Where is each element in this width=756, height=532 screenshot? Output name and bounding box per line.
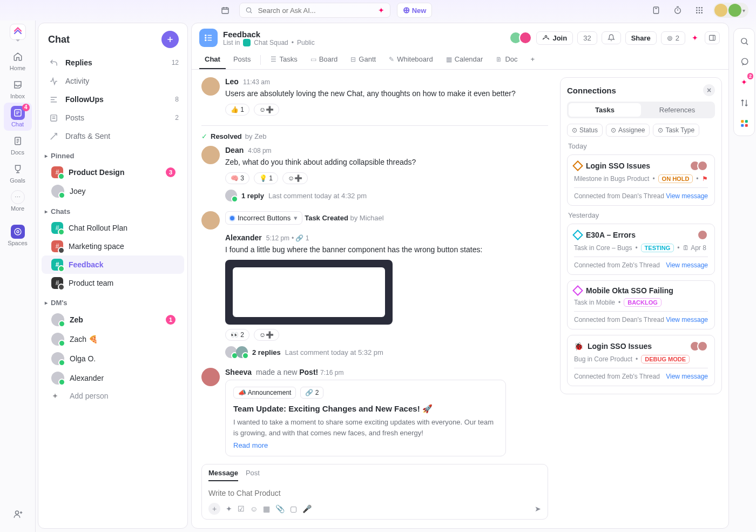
emoji-icon[interactable]: ☺ xyxy=(250,504,258,513)
post-card[interactable]: 📣 Announcement🔗 2Team Update: Exciting C… xyxy=(225,380,506,456)
pinned-joey[interactable]: Joey xyxy=(42,181,184,201)
reaction[interactable]: 👀 2 xyxy=(225,329,249,341)
tab-calendar[interactable]: ▦Calendar xyxy=(441,50,489,69)
segment-references[interactable]: References xyxy=(641,103,713,117)
dm-zeb[interactable]: Zeb1 xyxy=(42,310,184,329)
new-button[interactable]: ⊕ New xyxy=(397,3,433,18)
sidebar-replies[interactable]: Replies12 xyxy=(38,53,187,72)
sidebar-followups[interactable]: FollowUps8 xyxy=(38,90,187,109)
join-button[interactable]: Join xyxy=(536,31,573,45)
chat-sidebar: Chat Replies12ActivityFollowUps8Posts2Dr… xyxy=(38,23,188,529)
workspace-logo[interactable] xyxy=(10,24,26,40)
swap-icon[interactable] xyxy=(736,95,752,111)
rail-chat[interactable]: Chat4 xyxy=(4,103,32,131)
rail-invite[interactable] xyxy=(4,504,32,524)
filter-task-type[interactable]: ⊙Task Type xyxy=(653,124,699,137)
attach-plus-icon[interactable]: + xyxy=(208,503,220,515)
connection-card[interactable]: Login SSO IssuesMilestone in Bugs Produc… xyxy=(567,154,715,206)
chat-marketing-space[interactable]: #Marketing space xyxy=(42,237,184,255)
rail-inbox[interactable]: Inbox xyxy=(4,75,32,103)
gif-icon[interactable]: ▦ xyxy=(263,504,270,513)
image-attachment[interactable] xyxy=(225,260,393,325)
send-icon[interactable]: ➤ xyxy=(535,504,541,513)
mic-icon[interactable]: 🎤 xyxy=(302,504,312,513)
rail-spaces[interactable]: Spaces xyxy=(4,221,32,250)
thread-link[interactable]: 2 repliesLast comment today at 5:32 pm xyxy=(225,346,548,358)
topbar: ✦ ⊕ New ▾ xyxy=(0,0,756,21)
tab-posts[interactable]: Posts xyxy=(228,50,256,69)
tab-gantt[interactable]: ⊟Gantt xyxy=(345,50,381,69)
thread-link[interactable]: 1 replyLast comment today at 4:32 pm xyxy=(225,190,548,201)
clipboard-icon[interactable] xyxy=(649,3,664,18)
tab-tasks[interactable]: ☰Tasks xyxy=(265,50,302,69)
add-reaction-icon[interactable]: ☺➕ xyxy=(254,104,279,116)
search-input[interactable] xyxy=(257,6,374,15)
comments-icon[interactable] xyxy=(736,53,752,70)
task-chip[interactable]: Incorrect Buttons ▾ xyxy=(225,211,302,225)
sidebar-drafts-sent[interactable]: Drafts & Sent xyxy=(38,127,187,145)
reaction[interactable]: 💡 1 xyxy=(254,172,278,184)
tab-chat[interactable]: Chat xyxy=(199,50,226,69)
global-search[interactable]: ✦ xyxy=(239,3,390,18)
dm-alexander[interactable]: Alexander xyxy=(42,368,184,388)
sidebar-activity[interactable]: Activity xyxy=(38,72,187,90)
member-avatars[interactable] xyxy=(509,31,532,44)
rail-home[interactable]: Home xyxy=(4,46,32,75)
pinned-product-design[interactable]: #Product Design3 xyxy=(42,163,184,181)
new-chat-button[interactable] xyxy=(161,31,179,48)
chat-product-team[interactable]: #Product team xyxy=(42,274,184,292)
view-message-link[interactable]: View message xyxy=(666,261,708,269)
read-more-link[interactable]: Read more xyxy=(233,441,498,449)
connection-card[interactable]: Mobile Okta SSO FailingTask in Mobile•BA… xyxy=(567,280,715,329)
tab-board[interactable]: ▭Board xyxy=(305,50,343,69)
ai-assist-icon[interactable]: ✦ xyxy=(226,504,232,513)
sidebar-posts[interactable]: Posts2 xyxy=(38,109,187,127)
search-icon[interactable] xyxy=(736,33,752,49)
composer-input[interactable] xyxy=(208,486,541,503)
chat-chat-rollout-plan[interactable]: #Chat Rollout Plan xyxy=(42,219,184,237)
task-icon[interactable]: ☑ xyxy=(238,504,245,513)
composer-tab-post[interactable]: Post xyxy=(246,469,260,481)
chat-feedback[interactable]: #Feedback xyxy=(42,255,184,274)
dm-olga-o-[interactable]: Olga O. xyxy=(42,349,184,368)
member-count[interactable]: 32 xyxy=(577,31,597,45)
ai-icon[interactable]: ✦ xyxy=(690,31,700,44)
share-button[interactable]: Share xyxy=(625,31,657,45)
close-icon[interactable]: × xyxy=(703,84,715,96)
tab-whiteboard[interactable]: ✎Whiteboard xyxy=(383,50,438,69)
notifications-button[interactable] xyxy=(602,31,621,44)
add-person[interactable]: ＋Add person xyxy=(42,388,184,404)
message: Dean4:08 pmZeb, what do you think about … xyxy=(201,146,548,201)
rail-more[interactable]: ⋯More xyxy=(4,187,32,215)
view-message-link[interactable]: View message xyxy=(666,373,708,380)
apps-grid-icon[interactable] xyxy=(736,115,752,131)
video-icon[interactable]: ▢ xyxy=(290,504,297,513)
breadcrumb-space[interactable]: Chat Squad xyxy=(254,39,288,46)
attachment-icon[interactable]: 📎 xyxy=(275,504,285,513)
composer-tab-message[interactable]: Message xyxy=(208,469,238,481)
filter-assignee[interactable]: ⊙Assignee xyxy=(606,124,650,137)
toggle-sidepanel-icon[interactable] xyxy=(705,31,720,44)
segment-tasks[interactable]: Tasks xyxy=(569,103,641,117)
connection-card[interactable]: 🐞Login SSO IssuesBug in Core Product•DEB… xyxy=(567,335,715,386)
timer-icon[interactable] xyxy=(670,3,685,18)
filter-status[interactable]: ⊙Status xyxy=(567,124,603,137)
rail-docs[interactable]: Docs xyxy=(4,131,32,159)
viewers-pill[interactable]: ⊚2 xyxy=(661,31,685,45)
view-message-link[interactable]: View message xyxy=(666,316,708,324)
view-message-link[interactable]: View message xyxy=(666,192,708,200)
calendar-icon[interactable] xyxy=(218,3,233,18)
connection-card[interactable]: E30A – ErrorsTask in Core – Bugs•TESTING… xyxy=(567,224,715,275)
add-reaction-icon[interactable]: ☺➕ xyxy=(254,329,279,341)
reaction[interactable]: 👍 1 xyxy=(225,104,249,116)
add-view-button[interactable]: + xyxy=(525,50,541,69)
ai-icon[interactable]: ✦2 xyxy=(736,74,752,90)
dm-zach[interactable]: Zach 🍕 xyxy=(42,329,184,349)
apps-icon[interactable] xyxy=(692,3,707,18)
tab-doc[interactable]: 🗎Doc xyxy=(490,50,523,69)
add-reaction-icon[interactable]: ☺➕ xyxy=(282,172,308,184)
rail-goals[interactable]: Goals xyxy=(4,159,32,187)
reaction[interactable]: 🧠 3 xyxy=(225,172,249,184)
account-switcher[interactable]: ▾ xyxy=(713,3,748,18)
svg-point-17 xyxy=(15,511,18,514)
